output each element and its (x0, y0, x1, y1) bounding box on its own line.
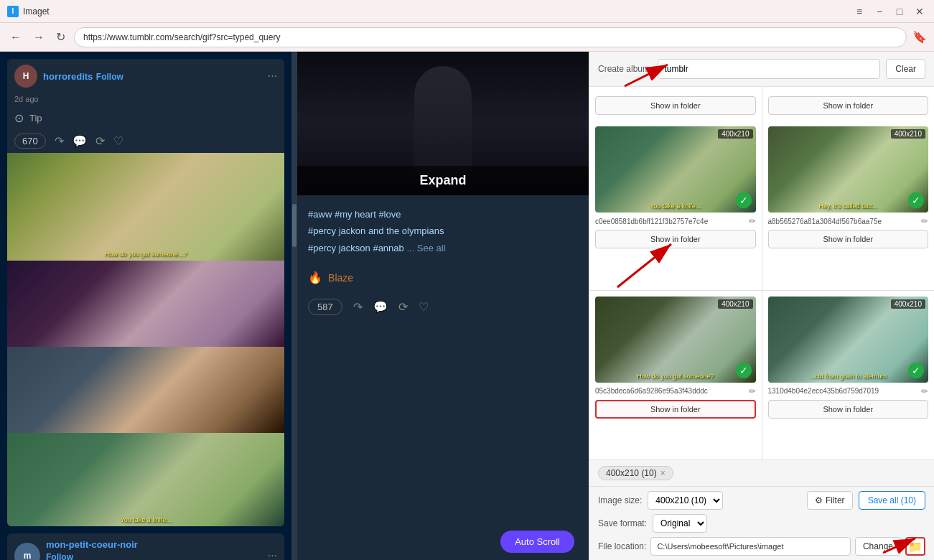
clear-button[interactable]: Clear (886, 59, 925, 79)
close-button[interactable]: ✕ (912, 6, 927, 17)
refresh-button[interactable]: ↻ (53, 29, 68, 45)
size-tag-label: 400x210 (10) (606, 468, 657, 478)
imaget-panel: Create album: Clear Show in folder Show … (589, 52, 934, 560)
blaze-icon: 🔥 (308, 271, 322, 284)
folder-icon-button[interactable]: 📁 (905, 537, 925, 556)
filter-button[interactable]: ⚙ Filter (807, 491, 853, 510)
see-all-link[interactable]: ... See all (406, 243, 445, 253)
size-badge-4: 400x210 (891, 299, 925, 309)
maximize-button[interactable]: □ (892, 6, 907, 17)
app-icon: I (7, 6, 19, 17)
post-header-1: H horroredits Follow ··· (7, 59, 284, 93)
size-badge-2: 400x210 (891, 129, 925, 139)
extension-button[interactable]: 🔖 (912, 30, 927, 44)
image-size-select[interactable]: 400x210 (10) (648, 491, 723, 510)
img-subtitle-2: Hey, it's called tact... (771, 202, 926, 210)
edit-icon-1[interactable]: ✏ (749, 216, 756, 226)
album-label: Create album: (598, 64, 652, 74)
image-size-row: Image size: 400x210 (10) ⚙ Filter Save a… (598, 491, 925, 510)
follow-button-1[interactable]: Follow (96, 72, 123, 82)
filter-icon: ⚙ (815, 495, 823, 505)
more-button-2[interactable]: ··· (268, 549, 277, 561)
more-button-1[interactable]: ··· (268, 70, 277, 83)
top-cell-1: Show in folder (589, 87, 762, 121)
auto-scroll-button[interactable]: Auto Scroll (500, 531, 574, 553)
still-4: You take a knife... (7, 433, 284, 526)
filename-2: a8b565276a81a3084df567b6aa75e (768, 218, 920, 225)
tag-my-heart[interactable]: #my heart (335, 209, 376, 220)
size-tag-close[interactable]: × (660, 468, 666, 478)
avatar-2: m (14, 543, 40, 561)
tip-icon: ⊙ (14, 111, 24, 125)
mini-feed: H horroredits Follow ··· 2d ago ⊙ Tip 67… (0, 52, 291, 560)
reblog-icon[interactable]: ⟳ (95, 134, 105, 148)
filename-row-2: a8b565276a81a3084df567b6aa75e ✏ (768, 216, 929, 226)
username-2[interactable]: mon-petit-coeur-noir (46, 539, 138, 550)
scrollbar-thumb[interactable] (292, 204, 296, 247)
show-folder-2[interactable]: Show in folder (768, 230, 929, 248)
comment-icon-expand[interactable]: 💬 (373, 300, 388, 314)
comment-icon[interactable]: 💬 (73, 134, 87, 148)
share-icon-expand[interactable]: ↷ (353, 300, 363, 314)
change-button[interactable]: Change (855, 537, 901, 556)
album-header: Create album: Clear (589, 52, 934, 87)
save-all-button[interactable]: Save all (10) (859, 491, 925, 510)
post-header-2: m mon-petit-coeur-noir Follow 1d ago ··· (7, 533, 284, 560)
share-icon[interactable]: ↷ (55, 134, 64, 148)
show-folder-4[interactable]: Show in folder (768, 400, 929, 419)
browser-bar: ← → ↻ 🔖 (0, 23, 934, 52)
subtitle-4: You take a knife... (10, 516, 281, 523)
panel-scrollbar[interactable] (291, 52, 297, 560)
grid-image-1: 400x210 You take a knife... ✓ (595, 126, 756, 213)
grid-cell-1: 400x210 You take a knife... ✓ c0ee08581d… (589, 121, 762, 290)
post-images-1: How do you gut someone...? You take a kn… (7, 153, 284, 526)
window-controls[interactable]: ≡ − □ ✕ (852, 6, 927, 17)
size-badge-1: 400x210 (718, 129, 752, 139)
checkmark-3: ✓ (736, 363, 752, 378)
file-location-input[interactable] (650, 537, 851, 556)
still-3 (7, 347, 284, 433)
back-button[interactable]: ← (7, 29, 24, 45)
username-1[interactable]: horroredits (43, 71, 93, 82)
heart-icon[interactable]: ♡ (113, 134, 123, 148)
reblog-icon-expand[interactable]: ⟳ (398, 300, 408, 314)
filename-1: c0ee08581db6bff121f3b2757e7c4e (595, 218, 747, 225)
address-bar[interactable] (74, 27, 907, 47)
tag-percy-1[interactable]: #percy jackon and the olympians (308, 225, 444, 236)
tag-aww[interactable]: #aww (308, 209, 332, 220)
heart-icon-expand[interactable]: ♡ (419, 300, 429, 314)
minimize-button[interactable]: − (872, 6, 887, 17)
edit-icon-4[interactable]: ✏ (921, 386, 928, 396)
show-folder-top-1[interactable]: Show in folder (595, 96, 756, 115)
album-input[interactable] (658, 59, 880, 79)
post-card-2: m mon-petit-coeur-noir Follow 1d ago ··· (7, 533, 284, 560)
size-badge-3: 400x210 (718, 299, 752, 309)
filename-4: 1310d4b04e2ecc435b6d759d7019 (768, 387, 920, 395)
subtitle-1: How do you gut someone...? (10, 251, 281, 258)
save-format-select[interactable]: Original (653, 514, 707, 533)
tag-percy-2[interactable]: #percy jackson (308, 243, 370, 253)
expand-overlay: Expand (297, 166, 589, 195)
tip-bar: ⊙ Tip (7, 107, 284, 129)
tag-annab[interactable]: #annab (373, 243, 403, 253)
expand-title: Expand (420, 173, 467, 187)
show-folder-1[interactable]: Show in folder (595, 230, 756, 248)
edit-icon-3[interactable]: ✏ (749, 386, 756, 396)
file-location-label: File location: (598, 541, 646, 551)
checkmark-2: ✓ (908, 192, 924, 208)
forward-button[interactable]: → (30, 29, 47, 45)
follow-button-2[interactable]: Follow (46, 552, 73, 560)
img-subtitle-4: ...cut from grain to sternum (771, 373, 926, 380)
size-tag-row: 400x210 (10) × (589, 459, 934, 486)
checkmark-4: ✓ (908, 363, 924, 378)
filename-3: 05c3bdeca6d6a9286e95a3f43dddc (595, 387, 747, 395)
grid-cell-4: 400x210 ...cut from grain to sternum ✓ 1… (762, 291, 935, 460)
blaze-section: 🔥 Blaze (297, 267, 589, 291)
show-folder-3[interactable]: Show in folder (595, 400, 756, 419)
show-folder-top-2[interactable]: Show in folder (768, 96, 929, 115)
post-time-1: 2d ago (7, 93, 284, 107)
menu-button[interactable]: ≡ (852, 6, 867, 17)
edit-icon-2[interactable]: ✏ (921, 216, 928, 226)
expand-tags: #aww #my heart #love #percy jackon and t… (297, 195, 589, 267)
tag-love[interactable]: #love (378, 209, 401, 220)
